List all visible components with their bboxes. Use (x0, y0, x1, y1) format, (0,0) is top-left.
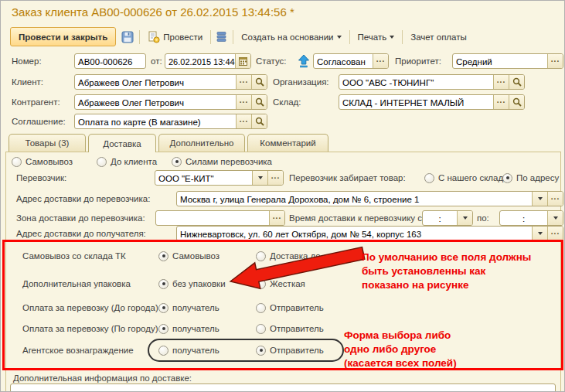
chevron-down-icon (390, 36, 394, 39)
ellipsis-icon: ... (551, 195, 560, 203)
radio-circle (424, 173, 434, 183)
annotation-line: одно либо другое (344, 343, 457, 356)
save-icon[interactable] (121, 31, 134, 43)
chevron-down-icon (538, 232, 543, 235)
organization-search-icon[interactable] (509, 75, 524, 89)
delivery-zone-field[interactable]: ... (155, 210, 285, 226)
extra-info-value (11, 384, 555, 392)
ellipsis-icon: ... (273, 214, 281, 223)
counterparty-label: Контрагент: (12, 94, 60, 110)
date-value: 26.02.2015 13:44:56 (165, 54, 235, 68)
radio-circle (502, 173, 512, 183)
post-button-label: Провести (163, 32, 203, 42)
radio-from-our-warehouse[interactable]: С нашего склада (424, 171, 509, 185)
radio-by-carrier[interactable]: Силами перевозчика (172, 155, 272, 169)
agreement-field[interactable]: Оплата по карте (В магазине) ... (74, 114, 267, 129)
calendar-icon[interactable] (235, 54, 250, 68)
toolbar-separator (233, 30, 233, 44)
recipient-address-dropdown-button[interactable] (532, 227, 547, 240)
time-to-combobox[interactable]: : (499, 210, 563, 226)
tab-additional[interactable]: Дополнительно (158, 134, 245, 152)
priority-label: Приоритет: (395, 53, 441, 69)
counterparty-choose-button[interactable]: ... (236, 95, 251, 109)
annotation-line: Форма выбора либо (344, 329, 457, 343)
agreement-label: Соглашение: (12, 114, 66, 129)
organization-field[interactable]: ООО "АВС -ТЮНИНГ" ... (339, 74, 525, 90)
carrier-dropdown-button[interactable] (252, 171, 267, 185)
payment-offset-button[interactable]: Зачет оплаты (408, 31, 469, 43)
time-to-dropdown-button[interactable] (547, 211, 563, 225)
page-title: Заказ клиента АВ00-000626 от 26.02.2015 … (12, 5, 294, 19)
carrier-address-dropdown-button[interactable] (532, 192, 547, 206)
delivery-zone-label: Зона доставки до перевозчика: (16, 210, 145, 226)
post-button[interactable]: Провести (145, 29, 205, 45)
ellipsis-icon: ... (240, 98, 248, 107)
client-field[interactable]: Абражеев Олег Петрович ... (74, 74, 267, 90)
ellipsis-icon: ... (497, 78, 505, 87)
ellipsis-icon: ... (240, 78, 248, 87)
status-choose-button[interactable]: ... (373, 54, 388, 68)
priority-choose-button[interactable]: ... (547, 54, 563, 68)
radio-agent-fee-recipient[interactable]: получатель (158, 343, 220, 357)
time-from-dropdown-button[interactable] (457, 211, 472, 225)
status-value: Согласован (314, 54, 373, 68)
print-button[interactable]: Печать (356, 31, 397, 43)
tab-goods[interactable]: Товары (3) (9, 134, 86, 152)
carrier-choose-button[interactable]: ... (267, 171, 283, 185)
document-list-icon[interactable] (216, 31, 227, 43)
client-value: Абражеев Олег Петрович (75, 75, 236, 89)
chevron-down-icon (463, 216, 468, 220)
number-field[interactable]: АВ00-000626 (74, 53, 146, 69)
create-based-on-button[interactable]: Создать на основании (239, 31, 343, 43)
radio-pickup[interactable]: Самовывоз (12, 155, 73, 169)
carrier-address-value: Москва г, улица Генерала Дорохова, дом №… (177, 192, 532, 206)
annotation-line: быть установленны как (362, 264, 531, 278)
radio-circle (158, 346, 168, 356)
recipient-address-choose-button[interactable]: ... (547, 227, 563, 240)
radio-label: Отправитель (270, 346, 324, 355)
annotation-line: По умолчанию все поля должны (362, 251, 531, 264)
client-search-icon[interactable] (251, 75, 267, 89)
toolbar-separator (210, 30, 211, 44)
warehouse-choose-button[interactable]: ... (493, 95, 509, 109)
status-field[interactable]: Согласован ... (313, 53, 389, 69)
time-from-combobox[interactable]: : (422, 210, 473, 226)
date-field[interactable]: 26.02.2015 13:44:56 (165, 53, 251, 69)
client-choose-button[interactable]: ... (236, 75, 251, 89)
status-up-arrow-icon[interactable] (298, 54, 310, 68)
radio-by-address[interactable]: По адресу (502, 171, 559, 185)
chevron-down-icon (553, 216, 558, 220)
organization-choose-button[interactable]: ... (493, 75, 509, 89)
status-label: Статус: (256, 53, 287, 69)
toolbar-separator (349, 30, 350, 44)
counterparty-search-icon[interactable] (251, 95, 267, 109)
delivery-time-label: Время доставки к перевозчику с: (289, 210, 424, 226)
agreement-value: Оплата по карте (В магазине) (75, 114, 236, 128)
agreement-choose-button[interactable]: ... (236, 114, 251, 128)
tab-delivery[interactable]: Доставка (88, 134, 156, 152)
post-and-close-button[interactable]: Провести и закрыть (10, 27, 116, 46)
priority-value: Средний (453, 54, 547, 68)
warehouse-field[interactable]: СКЛАД - ИНТЕРНЕТ МАЛЫЙ ... (339, 94, 525, 110)
warehouse-search-icon[interactable] (509, 95, 524, 109)
recipient-address-field[interactable]: Нижневартовск, ул. 60 лет Октября, дом №… (176, 226, 563, 241)
ellipsis-icon: ... (271, 174, 280, 182)
radio-circle (97, 157, 107, 167)
time-to-label: по: (477, 210, 489, 226)
carrier-combobox[interactable]: ООО "Е-КИТ" ... (155, 170, 284, 186)
radio-agent-fee-sender[interactable]: Отправитель (256, 343, 324, 357)
carrier-address-field[interactable]: Москва г, улица Генерала Дорохова, дом №… (176, 191, 563, 206)
radio-label: До клиента (111, 157, 157, 166)
ellipsis-icon: ... (376, 57, 385, 66)
agreement-search-icon[interactable] (251, 114, 267, 128)
extra-info-field[interactable] (10, 383, 556, 392)
delivery-zone-choose-button[interactable]: ... (269, 211, 284, 225)
counterparty-field[interactable]: Абражеев Олег Петрович ... (74, 94, 267, 110)
priority-field[interactable]: Средний ... (452, 53, 563, 69)
carrier-address-choose-button[interactable]: ... (547, 192, 563, 206)
tab-comment[interactable]: Комментарий (247, 134, 328, 152)
carrier-address-label: Адрес доставки до перевозчика: (16, 191, 150, 206)
carrier-value: ООО "Е-КИТ" (155, 171, 252, 185)
ellipsis-icon: ... (551, 230, 560, 238)
radio-to-client[interactable]: До клиента (97, 155, 157, 169)
